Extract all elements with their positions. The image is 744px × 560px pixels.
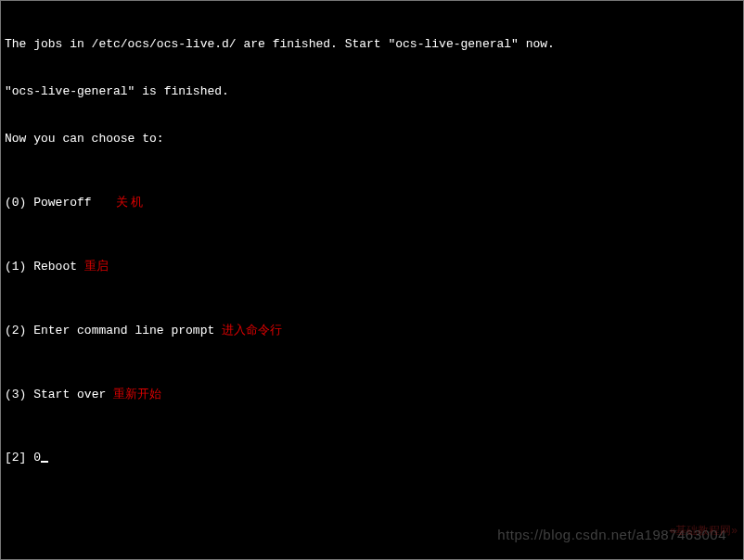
option-label: Reboot xyxy=(33,259,77,274)
option-label: Enter command line prompt xyxy=(33,323,214,338)
choose-prompt: Now you can choose to: xyxy=(5,131,739,146)
status-line-2: "ocs-live-general" is finished. xyxy=(5,83,739,99)
prompt-input[interactable]: 0 xyxy=(33,450,41,465)
option-label: Poweroff xyxy=(33,195,91,210)
cursor-icon xyxy=(41,461,48,463)
option-reboot[interactable]: (1) Reboot 重启 xyxy=(5,258,739,274)
option-key: (3) xyxy=(5,387,26,402)
option-cmdline[interactable]: (2) Enter command line prompt 进入命令行 xyxy=(5,322,739,338)
watermark-url: https://blog.csdn.net/a1987463004 xyxy=(497,527,726,542)
annotation-startover: 重新开始 xyxy=(113,386,161,401)
input-prompt-line[interactable]: [2] 0 xyxy=(5,450,739,465)
option-poweroff[interactable]: (0) Poweroff 关 机 xyxy=(5,194,739,210)
option-label: Start over xyxy=(33,387,106,402)
watermark-site: «基础教程网» xyxy=(670,523,738,539)
option-startover[interactable]: (3) Start over 重新开始 xyxy=(5,386,739,402)
option-key: (0) xyxy=(5,195,26,210)
annotation-reboot: 重启 xyxy=(84,258,109,274)
annotation-cmdline: 进入命令行 xyxy=(222,322,282,337)
prompt-default: [2] xyxy=(5,450,33,465)
option-key: (1) xyxy=(5,259,26,274)
status-line-1: The jobs in /etc/ocs/ocs-live.d/ are fin… xyxy=(5,36,739,52)
terminal-output: The jobs in /etc/ocs/ocs-live.d/ are fin… xyxy=(1,1,743,485)
option-key: (2) xyxy=(5,323,26,338)
annotation-poweroff: 关 机 xyxy=(116,194,144,210)
